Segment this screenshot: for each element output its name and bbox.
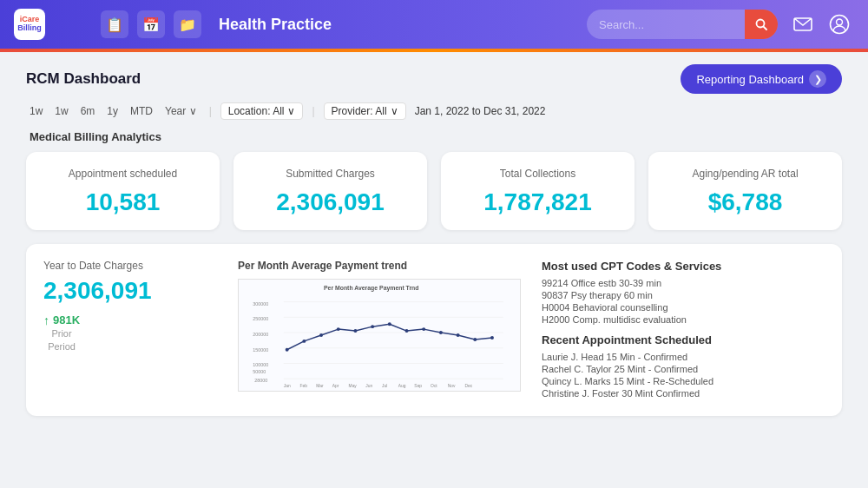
svg-text:Aug: Aug	[398, 384, 406, 388]
svg-point-21	[319, 333, 323, 337]
svg-point-27	[422, 327, 425, 331]
mail-icon[interactable]	[788, 10, 818, 39]
filter-mtd[interactable]: MTD	[127, 103, 156, 119]
chart-container: Per Month Average Payment Trnd 300000 25…	[238, 279, 521, 383]
svg-text:Jan: Jan	[284, 384, 291, 388]
date-range: Jan 1, 2022 to Dec 31, 2022	[415, 105, 546, 117]
svg-point-25	[388, 322, 391, 326]
stat-label-charges: Submitted Charges	[247, 168, 413, 181]
stat-value-aging: $6,788	[662, 188, 828, 216]
filter-bar: 1w 1w 6m 1y MTD Year ∨ | Location: All ∨…	[26, 102, 842, 120]
logo-icon: iCareBilling	[14, 9, 45, 40]
user-icon[interactable]	[825, 10, 854, 39]
filter-1w-a[interactable]: 1w	[26, 103, 46, 119]
logo-area: iCareBilling	[14, 9, 83, 40]
header-nav-icons: 📋 📅 📁	[101, 10, 201, 38]
svg-point-31	[490, 336, 494, 340]
prior-period-label: PriorPeriod	[48, 327, 76, 354]
filter-6m[interactable]: 6m	[77, 103, 99, 119]
svg-text:Mar: Mar	[316, 384, 324, 388]
ytd-label: Year to Date Charges	[43, 260, 217, 272]
calendar-icon[interactable]: 📅	[137, 10, 165, 38]
svg-text:50000: 50000	[253, 369, 266, 374]
filter-year[interactable]: Year ∨	[161, 103, 201, 119]
cpt-title: Most used CPT Codes & Services	[542, 260, 825, 273]
payment-trend-chart: Per Month Average Payment Trnd 300000 25…	[238, 279, 521, 392]
stat-label-collections: Total Collections	[455, 168, 621, 181]
appt-item-3: Quincy L. Marks 15 Mint - Re-Scheduled	[542, 376, 825, 386]
svg-point-29	[457, 333, 460, 337]
svg-text:300000: 300000	[253, 300, 268, 306]
app-title: Health Practice	[219, 16, 576, 34]
arrow-icon: ❯	[809, 70, 826, 88]
stat-label-appointments: Appointment scheduled	[40, 168, 206, 181]
filter-divider-1: |	[209, 105, 212, 117]
svg-text:200000: 200000	[253, 332, 268, 337]
appt-item-1: Laurie J. Head 15 Min - Confirmed	[542, 352, 825, 362]
app-header: iCareBilling 📋 📅 📁 Health Practice	[0, 0, 868, 49]
cpt-item-4: H2000 Comp. multidisc evaluation	[542, 314, 825, 325]
search-button[interactable]	[745, 10, 778, 39]
page-title: RCM Dashboard	[26, 70, 141, 88]
recent-appt-title: Recent Appointment Scheduled	[542, 333, 825, 346]
cpt-section: Most used CPT Codes & Services 99214 Off…	[542, 260, 825, 400]
svg-point-24	[371, 325, 374, 328]
provider-filter[interactable]: Provider: All ∨	[324, 102, 406, 120]
svg-text:Jul: Jul	[382, 384, 387, 388]
stat-value-appointments: 10,581	[40, 188, 206, 216]
svg-text:Apr: Apr	[332, 384, 339, 388]
svg-text:Sep: Sep	[414, 384, 422, 388]
bottom-card: Year to Date Charges 2,306,091 ↑ 981K Pr…	[26, 244, 842, 416]
svg-point-22	[337, 327, 340, 331]
search-wrapper	[587, 10, 778, 39]
svg-text:May: May	[349, 384, 358, 388]
prior-wrapper: ↑ 981K PriorPeriod	[43, 313, 80, 354]
stat-value-collections: 1,787,821	[455, 188, 621, 216]
svg-point-23	[353, 329, 357, 333]
reporting-dashboard-button[interactable]: Reporting Dashboard ❯	[681, 64, 842, 94]
svg-point-30	[473, 338, 477, 341]
trend-up-icon: ↑	[43, 313, 49, 327]
ytd-section: Year to Date Charges 2,306,091 ↑ 981K Pr…	[43, 260, 217, 400]
svg-text:Nov: Nov	[448, 384, 456, 388]
svg-text:Jun: Jun	[365, 384, 372, 388]
svg-point-26	[405, 329, 409, 333]
cpt-item-2: 90837 Psy therapy 60 min	[542, 290, 825, 300]
stats-grid: Appointment scheduled 10,581 Submitted C…	[26, 152, 842, 230]
clipboard-icon[interactable]: 📋	[101, 10, 128, 38]
main-content: RCM Dashboard Reporting Dashboard ❯ 1w 1…	[0, 52, 868, 425]
stat-value-charges: 2,306,091	[247, 188, 413, 216]
filter-1y[interactable]: 1y	[103, 103, 122, 119]
cpt-item-1: 99214 Office estb 30-39 min	[542, 278, 825, 288]
svg-point-28	[439, 331, 443, 334]
chevron-down-icon-2: ∨	[391, 105, 398, 117]
folder-icon[interactable]: 📁	[174, 10, 201, 38]
prior-amount: ↑ 981K	[43, 313, 80, 327]
stat-card-collections: Total Collections 1,787,821	[441, 152, 635, 230]
svg-point-20	[302, 340, 306, 343]
analytics-section-title: Medical Billing Analytics	[30, 130, 842, 143]
cpt-item-3: H0004 Behavioral counselling	[542, 302, 825, 313]
stat-card-aging: Aging/pending AR total $6,788	[648, 152, 842, 230]
svg-text:28000: 28000	[254, 378, 267, 383]
stat-card-charges: Submitted Charges 2,306,091	[233, 152, 427, 230]
svg-text:Per Month Average Payment Trnd: Per Month Average Payment Trnd	[324, 284, 419, 291]
top-bar: RCM Dashboard Reporting Dashboard ❯	[26, 64, 842, 94]
appt-item-2: Rachel C. Taylor 25 Mint - Confirmed	[542, 364, 825, 374]
chart-title: Per Month Average Payment trend	[238, 260, 521, 272]
stat-label-aging: Aging/pending AR total	[662, 168, 828, 181]
svg-point-4	[837, 19, 843, 25]
filter-1w-b[interactable]: 1w	[51, 103, 71, 119]
svg-text:Feb: Feb	[299, 384, 307, 388]
filter-divider-2: |	[312, 105, 314, 117]
svg-text:100000: 100000	[253, 362, 268, 367]
svg-line-1	[764, 27, 767, 30]
chevron-down-icon: ∨	[287, 105, 295, 117]
svg-text:Oct: Oct	[431, 384, 437, 388]
svg-text:250000: 250000	[253, 316, 268, 321]
appt-item-4: Christine J. Foster 30 Mint Confirmed	[542, 388, 825, 399]
chart-section: Per Month Average Payment trend Per Mont…	[238, 260, 521, 400]
location-filter[interactable]: Location: All ∨	[220, 102, 304, 120]
svg-point-19	[286, 347, 289, 351]
svg-text:Dec: Dec	[464, 384, 472, 388]
